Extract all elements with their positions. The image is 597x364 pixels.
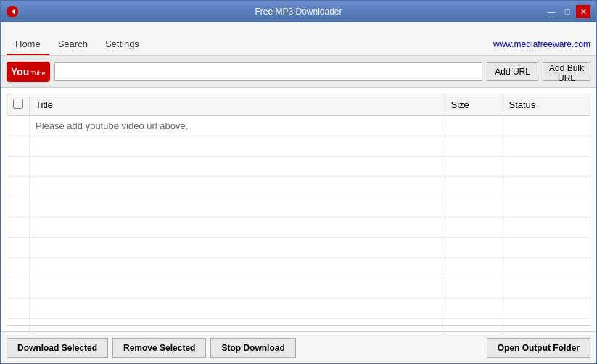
column-header-status: Status: [503, 94, 590, 116]
table-row: [7, 177, 590, 197]
url-bar-area: You Tube Add URL Add BulkURL: [1, 56, 596, 88]
table-row: [7, 218, 590, 238]
add-url-button[interactable]: Add URL: [487, 62, 538, 81]
table-row: [7, 319, 590, 332]
close-button[interactable]: ✕: [576, 5, 590, 18]
maximize-button[interactable]: □: [560, 5, 575, 18]
tab-settings[interactable]: Settings: [96, 34, 148, 55]
stop-download-button[interactable]: Stop Download: [210, 338, 295, 358]
main-window: Free MP3 Downloader — □ ✕ Home Search Se…: [0, 0, 597, 364]
placeholder-text-cell: Please add youtube video url above.: [30, 116, 445, 136]
column-header-checkbox: [7, 94, 30, 116]
download-selected-button[interactable]: Download Selected: [7, 338, 108, 358]
select-all-checkbox[interactable]: [13, 99, 23, 109]
tab-home[interactable]: Home: [7, 34, 49, 55]
table-row: [7, 157, 590, 177]
add-bulk-url-button[interactable]: Add BulkURL: [543, 62, 590, 81]
app-icon: [7, 6, 18, 17]
download-table: Title Size Status Please add youtube vid…: [7, 94, 590, 331]
table-header-row: Title Size Status: [7, 94, 590, 116]
table-row: [7, 299, 590, 319]
placeholder-checkbox-cell: [7, 116, 30, 136]
table-container: Title Size Status Please add youtube vid…: [7, 94, 590, 326]
table-placeholder-row: Please add youtube video url above.: [7, 116, 590, 136]
open-output-folder-button[interactable]: Open Output Folder: [487, 338, 590, 358]
table-row: [7, 136, 590, 157]
minimize-button[interactable]: —: [544, 5, 559, 18]
title-bar-left: [7, 6, 18, 17]
table-area: Title Size Status Please add youtube vid…: [1, 88, 596, 331]
remove-selected-button[interactable]: Remove Selected: [112, 338, 206, 358]
tab-search[interactable]: Search: [49, 34, 96, 55]
table-row: [7, 278, 590, 299]
window-title: Free MP3 Downloader: [255, 7, 342, 17]
table-row: [7, 238, 590, 258]
table-row: [7, 197, 590, 218]
youtube-logo-sub: Tube: [30, 70, 45, 77]
table-row: [7, 258, 590, 278]
youtube-logo: You Tube: [7, 62, 50, 82]
url-input[interactable]: [54, 62, 483, 81]
play-icon: [9, 9, 15, 15]
column-header-title: Title: [30, 94, 445, 116]
menu-bar: Home Search Settings www.mediafreeware.c…: [1, 22, 596, 56]
title-bar-controls: — □ ✕: [544, 5, 590, 18]
placeholder-status-cell: [503, 116, 590, 136]
menu-tabs: Home Search Settings: [7, 34, 148, 55]
bottom-toolbar: Download Selected Remove Selected Stop D…: [1, 331, 596, 363]
website-link[interactable]: www.mediafreeware.com: [493, 39, 590, 55]
table-body: Please add youtube video url above.: [7, 116, 590, 332]
youtube-logo-text: You: [11, 66, 29, 78]
column-header-size: Size: [445, 94, 503, 116]
placeholder-size-cell: [445, 116, 503, 136]
title-bar: Free MP3 Downloader — □ ✕: [1, 1, 596, 22]
